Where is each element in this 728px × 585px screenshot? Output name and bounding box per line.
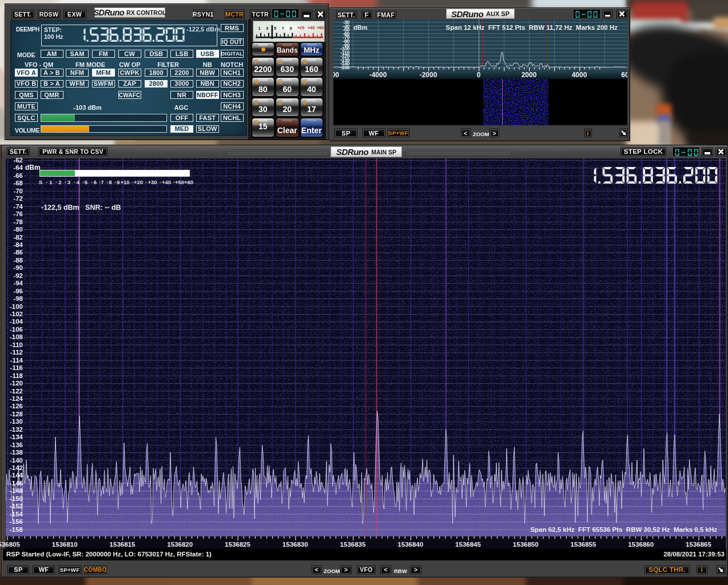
svg-text:3: 3: [266, 26, 269, 31]
svg-text:+60: +60: [316, 25, 324, 30]
svg-text:2000: 2000: [522, 71, 537, 79]
svg-text:-2000: -2000: [420, 71, 437, 79]
svg-text:+20: +20: [297, 25, 304, 30]
svg-text:5: 5: [273, 26, 276, 31]
svg-text:9: 9: [289, 26, 292, 31]
svg-text:000: 000: [333, 71, 339, 79]
svg-text:4000: 4000: [572, 71, 587, 79]
svg-text:60: 60: [621, 71, 627, 79]
svg-text:+40: +40: [307, 25, 315, 30]
svg-text:7: 7: [281, 26, 284, 31]
svg-text:0: 0: [477, 71, 481, 79]
svg-text:-4000: -4000: [369, 71, 387, 79]
svg-text:1: 1: [258, 26, 261, 31]
